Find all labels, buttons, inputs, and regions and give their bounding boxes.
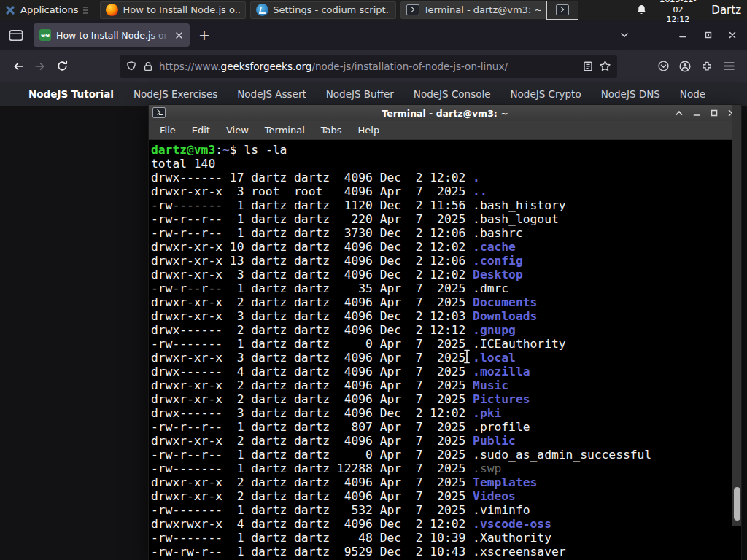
- nav-link-nodejs-assert[interactable]: NodeJS Assert: [237, 88, 306, 100]
- forward-button[interactable]: [29, 55, 51, 77]
- close-icon: [727, 30, 738, 40]
- file-attributes: drwx------ 2 dartz dartz 4096 Dec 2 12:1…: [151, 323, 473, 337]
- file-attributes: -rw-r--r-- 1 dartz dartz 220 Apr 7 2025: [151, 212, 473, 226]
- directory-name: .mozilla: [473, 365, 530, 378]
- minimize-button[interactable]: [692, 108, 702, 118]
- file-attributes: drwxr-xr-x 3 dartz dartz 4096 Apr 7 2025: [151, 351, 473, 365]
- forward-arrow-icon: [34, 61, 47, 72]
- directory-name: Public: [473, 434, 516, 448]
- bookmark-star-icon[interactable]: [599, 60, 611, 72]
- url-text: https://www.geeksforgeeks.org/node-js/in…: [159, 61, 577, 72]
- terminal-output-row: -rw-rw-r-- 1 dartz dartz 9529 Dec 2 10:4…: [151, 545, 729, 559]
- nav-link-nodejs-tutorial[interactable]: NodeJS Tutorial: [28, 88, 114, 100]
- scrollbar-thumb[interactable]: [734, 487, 740, 521]
- menu-tabs[interactable]: Tabs: [313, 122, 350, 139]
- terminal-listing: drwx------ 17 dartz dartz 4096 Dec 2 12:…: [151, 171, 729, 559]
- applications-label: Applications: [20, 4, 78, 15]
- back-button[interactable]: [7, 55, 29, 77]
- file-name: .dmrc: [473, 281, 508, 295]
- terminal-output-row: drwxrwxr-x 4 dartz dartz 4096 Dec 2 12:0…: [151, 517, 729, 531]
- codium-icon: [256, 4, 268, 16]
- terminal-title-bar[interactable]: Terminal - dartz@vm3: ~: [149, 105, 741, 121]
- terminal-output-row: drwx------ 4 dartz dartz 4096 Apr 7 2025…: [151, 365, 729, 378]
- terminal-output-row: drwxr-xr-x 13 dartz dartz 4096 Dec 2 12:…: [151, 254, 729, 268]
- nav-link-nodejs-console[interactable]: NodeJS Console: [414, 88, 491, 100]
- shade-button[interactable]: [674, 108, 684, 118]
- reload-button[interactable]: [51, 55, 73, 77]
- terminal-output-row: drwx------ 17 dartz dartz 4096 Dec 2 12:…: [151, 171, 729, 184]
- file-name: .viminfo: [473, 503, 530, 517]
- nav-link-nodejs-crypto[interactable]: NodeJS Crypto: [511, 88, 581, 100]
- file-name: .swp: [473, 462, 501, 475]
- list-all-tabs-button[interactable]: [613, 20, 636, 50]
- pocket-button[interactable]: [652, 55, 674, 77]
- file-attributes: drwxr-xr-x 2 dartz dartz 4096 Apr 7 2025: [151, 378, 473, 392]
- prompt-command: ls -la: [244, 143, 287, 157]
- taskbar-item-codium-settings[interactable]: Settings - codium script...: [250, 1, 396, 19]
- menu-edit[interactable]: Edit: [184, 122, 218, 139]
- taskbar-item-firefox[interactable]: How to Install Node.js o...: [100, 1, 246, 19]
- url-bar[interactable]: https://www.geeksforgeeks.org/node-js/in…: [120, 55, 617, 78]
- file-name: .sudo_as_admin_successful: [473, 448, 651, 462]
- terminal-launcher[interactable]: [546, 1, 578, 20]
- directory-name: Documents: [473, 295, 537, 309]
- menu-file[interactable]: File: [152, 122, 184, 139]
- window-close-button[interactable]: [721, 20, 744, 50]
- nav-link-nodejs-buffer[interactable]: NodeJS Buffer: [326, 88, 394, 100]
- terminal-screen[interactable]: dartz@vm3:~$ ls -la total 140 drwx------…: [149, 140, 741, 560]
- firefox-view-button[interactable]: [9, 29, 23, 42]
- tab-title-fade: [149, 23, 171, 47]
- chevron-up-icon: [675, 109, 684, 117]
- menu-button[interactable]: [718, 55, 740, 77]
- taskbar-item-terminal[interactable]: Terminal - dartz@vm3: ~: [400, 1, 546, 19]
- file-name: .profile: [473, 420, 530, 434]
- terminal-output-row: drwxr-xr-x 2 dartz dartz 4096 Apr 7 2025…: [151, 434, 729, 448]
- file-attributes: drwx------ 17 dartz dartz 4096 Dec 2 12:…: [151, 171, 473, 184]
- reader-mode-icon[interactable]: [582, 61, 594, 72]
- terminal-output-row: drwxr-xr-x 2 dartz dartz 4096 Apr 7 2025…: [151, 392, 729, 406]
- terminal-output-row: drwxr-xr-x 3 root root 4096 Apr 7 2025 .…: [151, 184, 729, 198]
- nav-link-nodejs-dns[interactable]: NodeJS DNS: [601, 88, 660, 100]
- minimize-icon: [678, 30, 688, 40]
- terminal-output-row: -rw------- 1 dartz dartz 1120 Dec 2 11:5…: [151, 198, 729, 212]
- nav-link-truncated[interactable]: Node: [680, 88, 705, 100]
- directory-name: ..: [473, 184, 487, 198]
- tab-close-button[interactable]: [174, 31, 184, 40]
- browser-tab-active[interactable]: ee How to Install Node.js on: [34, 23, 190, 47]
- extensions-button[interactable]: [696, 55, 718, 77]
- file-attributes: drwxr-xr-x 3 dartz dartz 4096 Dec 2 12:0…: [151, 309, 473, 323]
- prompt-user-host: dartz@vm3: [151, 143, 215, 157]
- file-attributes: drwxr-xr-x 2 dartz dartz 4096 Apr 7 2025: [151, 475, 473, 489]
- menu-view[interactable]: View: [218, 122, 257, 139]
- file-attributes: drwxr-xr-x 2 dartz dartz 4096 Apr 7 2025: [151, 489, 473, 503]
- terminal-output-row: -rw------- 1 dartz dartz 12288 Apr 7 202…: [151, 462, 729, 475]
- terminal-window-title: Terminal - dartz@vm3: ~: [382, 108, 508, 119]
- terminal-output-row: drwxr-xr-x 2 dartz dartz 4096 Apr 7 2025…: [151, 295, 729, 309]
- file-name: .Xauthority: [473, 531, 551, 545]
- maximize-button[interactable]: [709, 108, 719, 118]
- menu-help[interactable]: Help: [350, 122, 388, 139]
- url-path: /node-js/installation-of-node-js-on-linu…: [311, 61, 508, 72]
- terminal-icon: [152, 107, 166, 118]
- terminal-output-row: drwxr-xr-x 3 dartz dartz 4096 Apr 7 2025…: [151, 351, 729, 365]
- new-tab-button[interactable]: +: [198, 28, 210, 42]
- terminal-scrollbar[interactable]: [732, 105, 741, 526]
- applications-menu-button[interactable]: Applications: [0, 0, 96, 20]
- account-button[interactable]: [674, 55, 696, 77]
- task-title: Terminal - dartz@vm3: ~: [424, 4, 541, 15]
- geeksforgeeks-favicon: ee: [39, 29, 51, 41]
- directory-name: Music: [473, 378, 508, 392]
- notification-bell-button[interactable]: [635, 4, 648, 16]
- menu-terminal[interactable]: Terminal: [257, 122, 313, 139]
- file-attributes: drwxr-xr-x 2 dartz dartz 4096 Apr 7 2025: [151, 434, 473, 448]
- nav-link-nodejs-exercises[interactable]: NodeJS Exercises: [133, 88, 217, 100]
- directory-name: .gnupg: [473, 323, 516, 337]
- bell-icon: [635, 4, 648, 16]
- terminal-output-row: drwxr-xr-x 3 dartz dartz 4096 Dec 2 12:0…: [151, 268, 729, 281]
- task-title: Settings - codium script...: [273, 4, 390, 15]
- pocket-icon: [657, 60, 670, 72]
- user-menu[interactable]: Dartz: [711, 4, 741, 17]
- file-attributes: drwxr-xr-x 3 dartz dartz 4096 Dec 2 12:0…: [151, 268, 473, 281]
- clock[interactable]: 2025-12-02 12:12: [655, 0, 702, 25]
- prompt-cwd: ~: [222, 143, 230, 157]
